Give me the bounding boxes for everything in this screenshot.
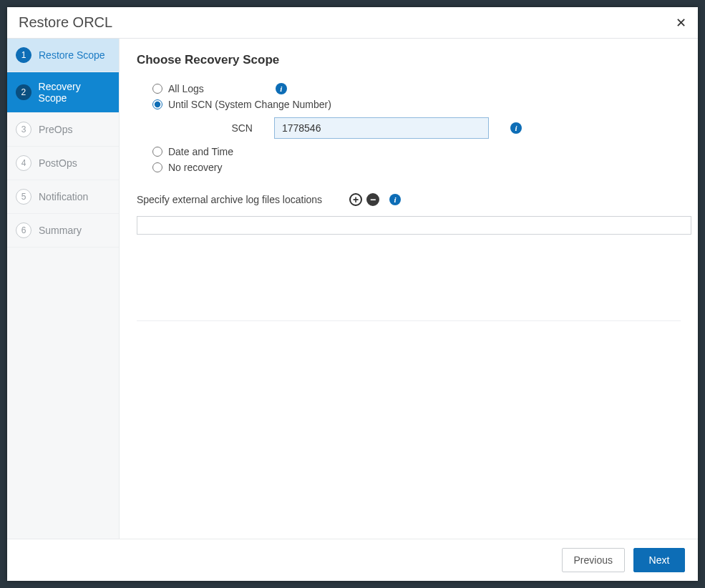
dialog-body: 1 Restore Scope 2 Recovery Scope 3 PreOp… [7,39,698,539]
step-number: 3 [16,122,31,137]
scn-input[interactable] [274,117,489,139]
step-label: Notification [39,191,88,202]
step-label: Summary [39,225,82,236]
step-label: PreOps [39,124,72,135]
step-label: Recovery Scope [39,81,110,104]
option-no-recovery-label[interactable]: No recovery [168,162,222,173]
restore-dialog: Restore ORCL ✕ 1 Restore Scope 2 Recover… [7,7,698,581]
radio-date-time[interactable] [152,147,162,157]
option-all-logs-label[interactable]: All Logs [168,83,204,94]
option-until-scn-row: Until SCN (System Change Number) [152,99,681,110]
step-number: 4 [16,155,31,171]
step-notification[interactable]: 5 Notification [7,180,119,214]
remove-location-button[interactable]: − [366,193,379,206]
info-icon[interactable]: i [510,122,522,134]
step-label: PostOps [39,157,77,169]
previous-button[interactable]: Previous [562,548,625,572]
dialog-footer: Previous Next [7,539,698,581]
radio-all-logs[interactable] [152,84,162,94]
option-until-scn-label[interactable]: Until SCN (System Change Number) [168,99,331,110]
dialog-title: Restore ORCL [19,14,112,31]
scn-label: SCN [231,122,253,134]
archive-locations-box[interactable] [137,216,691,235]
info-icon[interactable]: i [389,194,401,205]
archive-log-row: Specify external archive log files locat… [137,193,681,206]
step-number: 5 [16,189,31,205]
panel-heading: Choose Recovery Scope [137,53,681,67]
step-summary[interactable]: 6 Summary [7,214,119,248]
close-icon[interactable]: ✕ [676,16,686,29]
option-date-time-row: Date and Time [152,146,681,157]
step-number: 1 [16,47,31,63]
archive-log-label: Specify external archive log files locat… [137,194,322,205]
divider [137,320,681,321]
titlebar: Restore ORCL ✕ [7,7,698,39]
add-location-button[interactable]: + [349,193,362,206]
recovery-options: All Logs i Until SCN (System Change Numb… [152,83,681,173]
next-button[interactable]: Next [633,548,685,572]
radio-no-recovery[interactable] [152,162,162,172]
option-no-recovery-row: No recovery [152,162,681,173]
option-date-time-label[interactable]: Date and Time [168,146,233,157]
scn-input-row: SCN i [231,117,681,139]
step-label: Restore Scope [39,49,105,61]
wizard-sidebar: 1 Restore Scope 2 Recovery Scope 3 PreOp… [7,39,120,539]
step-preops[interactable]: 3 PreOps [7,113,119,147]
option-all-logs-row: All Logs i [152,83,681,94]
step-restore-scope[interactable]: 1 Restore Scope [7,39,119,72]
radio-until-scn[interactable] [152,99,162,109]
step-number: 2 [16,84,31,100]
info-icon[interactable]: i [276,83,287,94]
step-number: 6 [16,222,31,238]
step-postops[interactable]: 4 PostOps [7,147,119,180]
main-panel: Choose Recovery Scope All Logs i Until S… [120,39,698,539]
step-recovery-scope[interactable]: 2 Recovery Scope [7,72,119,113]
